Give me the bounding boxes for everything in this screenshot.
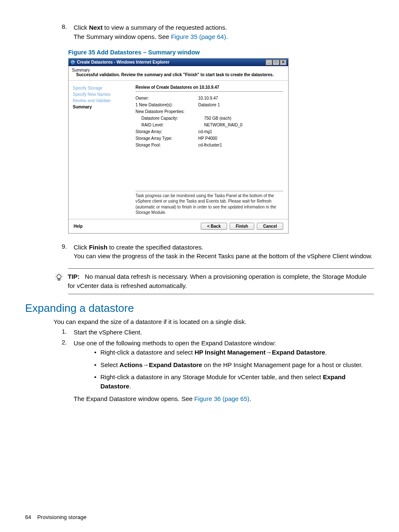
figure-link[interactable]: Figure 35 (page 64) bbox=[171, 33, 226, 40]
bullet-icon: • bbox=[90, 360, 100, 370]
menu-label: HP Insight Management bbox=[194, 349, 266, 356]
dialog-header-sub: Successful validation. Review the summar… bbox=[72, 72, 285, 77]
menu-label: Actions bbox=[120, 361, 143, 368]
arrow-icon: → bbox=[266, 349, 272, 356]
arrow-icon: → bbox=[143, 361, 149, 368]
kv-val: Datastore 1 bbox=[198, 102, 220, 108]
text: Right-click a datastore and select bbox=[100, 349, 194, 356]
figure-caption: Figure 35 Add Datastores – Summary windo… bbox=[68, 49, 374, 56]
svg-line-4 bbox=[61, 274, 62, 275]
step-2: 2. Use one of the following methods to o… bbox=[50, 339, 374, 403]
ui-label-finish: Finish bbox=[89, 244, 107, 251]
text: Use one of the following methods to open… bbox=[74, 339, 276, 347]
text: Right-click a datastore in any Storage M… bbox=[100, 373, 323, 380]
text: . bbox=[129, 383, 131, 390]
nav-specify-new-names[interactable]: Specify New Names bbox=[73, 91, 136, 98]
text: to create the specified datastores. bbox=[107, 244, 203, 251]
menu-label: Expand Datastore bbox=[272, 349, 325, 356]
table-row: Datastore Capacity:750 GB (each) bbox=[136, 115, 283, 122]
dialog-header: Summary Successful validation. Review th… bbox=[69, 66, 288, 81]
svg-line-8 bbox=[61, 279, 62, 280]
step-8: 8. Click Next to view a summary of the r… bbox=[50, 23, 374, 41]
minimize-icon[interactable]: _ bbox=[266, 59, 272, 65]
figure-link[interactable]: Figure 36 (page 65) bbox=[194, 395, 250, 402]
kv-key: Datastore Capacity: bbox=[136, 115, 204, 122]
kv-key: New Datastore Properties: bbox=[136, 108, 198, 115]
kv-key: Storage Array Type: bbox=[136, 135, 198, 142]
step-9: 9. Click Finish to create the specified … bbox=[50, 243, 374, 261]
text: . bbox=[325, 349, 327, 356]
list-item: • Right-click a datastore in any Storage… bbox=[90, 373, 374, 391]
svg-line-3 bbox=[56, 274, 56, 275]
table-row: 1 New Datastore(s):Datastore 1 bbox=[136, 102, 283, 108]
section-heading: Expanding a datastore bbox=[25, 302, 374, 315]
kv-key: Owner: bbox=[136, 95, 198, 102]
ui-label-next: Next bbox=[89, 24, 103, 31]
nav-summary: Summary bbox=[73, 104, 136, 110]
close-icon[interactable]: X bbox=[280, 59, 286, 65]
dialog-figure: Create Datastores - Windows Internet Exp… bbox=[68, 58, 289, 234]
cancel-button[interactable]: Cancel bbox=[257, 223, 283, 230]
bullet-icon: • bbox=[90, 348, 100, 357]
ie-icon bbox=[70, 60, 75, 65]
text: Select bbox=[100, 361, 120, 368]
kv-val: HP P4000 bbox=[198, 135, 217, 142]
kv-val: 10.10.9.47 bbox=[198, 95, 218, 102]
text: You can view the progress of the task in… bbox=[74, 252, 373, 260]
step-body: Start the vSphere Client. bbox=[74, 328, 374, 337]
text: Click bbox=[74, 244, 89, 251]
text: to view a summary of the requested actio… bbox=[102, 24, 227, 31]
review-header: Review of Create Datastores on 10.10.9.4… bbox=[136, 85, 283, 92]
finish-button[interactable]: Finish bbox=[230, 223, 254, 230]
kv-val: cd-mg1 bbox=[198, 129, 212, 135]
svg-line-7 bbox=[56, 279, 56, 280]
step-number: 8. bbox=[50, 23, 74, 41]
titlebar: Create Datastores - Windows Internet Exp… bbox=[69, 59, 288, 66]
list-item: • Right-click a datastore and select HP … bbox=[90, 348, 374, 357]
page-number: 64 bbox=[25, 514, 31, 520]
nav-review-validate[interactable]: Review and Validate bbox=[73, 98, 136, 104]
text: . bbox=[226, 33, 228, 40]
tip-text: No manual data refresh is necessary. Whe… bbox=[68, 273, 366, 289]
text: on the HP Insight Management page for a … bbox=[202, 361, 363, 368]
step-number: 1. bbox=[50, 328, 74, 337]
back-button[interactable]: < Back bbox=[201, 223, 227, 230]
help-button[interactable]: Help bbox=[74, 224, 83, 229]
table-row: New Datastore Properties: bbox=[136, 108, 283, 115]
text: . bbox=[249, 395, 251, 402]
step-body: Click Finish to create the specified dat… bbox=[74, 243, 374, 261]
tip-label: TIP: bbox=[68, 273, 79, 280]
table-row: Storage Pool:cd-lhcluster1 bbox=[136, 142, 283, 149]
intro-text: You can expand the size of a datastore i… bbox=[54, 317, 374, 326]
table-row: Storage Array Type:HP P4000 bbox=[136, 135, 283, 142]
lightbulb-icon bbox=[50, 272, 68, 290]
dialog-footnote: Task progress can be monitored using the… bbox=[136, 191, 283, 216]
divider bbox=[68, 294, 374, 294]
step-number: 2. bbox=[50, 339, 74, 403]
window-controls: _ □ X bbox=[265, 59, 286, 65]
list-item: • Select Actions→Expand Datastore on the… bbox=[90, 360, 374, 370]
step-1: 1. Start the vSphere Client. bbox=[50, 328, 374, 337]
table-row: RAID Level:NETWORK_RAID_0 bbox=[136, 122, 283, 129]
kv-key: 1 New Datastore(s): bbox=[136, 102, 198, 108]
step-body: Use one of the following methods to open… bbox=[74, 339, 374, 403]
kv-val: NETWORK_RAID_0 bbox=[204, 122, 243, 129]
table-row: Owner:10.10.9.47 bbox=[136, 95, 283, 102]
tip-box: TIP: No manual data refresh is necessary… bbox=[50, 272, 374, 290]
step-number: 9. bbox=[50, 243, 74, 261]
dialog-title: Create Datastores - Windows Internet Exp… bbox=[77, 60, 169, 64]
maximize-icon[interactable]: □ bbox=[273, 59, 279, 65]
kv-val: 750 GB (each) bbox=[204, 115, 231, 122]
page-footer: 64 Provisioning storage bbox=[25, 514, 87, 520]
divider bbox=[68, 268, 374, 269]
kv-key: RAID Level: bbox=[136, 122, 204, 129]
footer-title: Provisioning storage bbox=[37, 514, 87, 520]
tip-body: TIP: No manual data refresh is necessary… bbox=[68, 272, 374, 290]
text: The Summary window opens. See bbox=[74, 33, 171, 40]
kv-key: Storage Pool: bbox=[136, 142, 198, 149]
menu-label: Expand Datastore bbox=[149, 361, 202, 368]
kv-key: Storage Array: bbox=[136, 129, 198, 135]
bullet-icon: • bbox=[90, 373, 100, 391]
nav-specify-storage[interactable]: Specify Storage bbox=[73, 85, 136, 91]
text: The Expand Datastore window opens. See bbox=[74, 395, 194, 402]
